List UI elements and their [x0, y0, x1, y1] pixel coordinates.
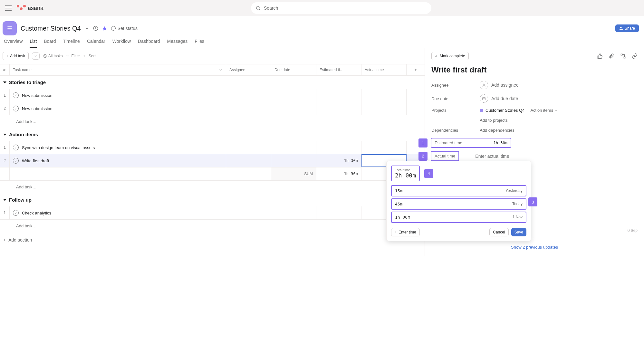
logo[interactable]: asana	[17, 5, 43, 12]
caret-icon	[3, 199, 6, 201]
task-name-cell[interactable]: Sync with design team on visual assets	[10, 141, 226, 154]
col-estimated[interactable]: Estimated ti…	[316, 64, 361, 75]
task-name-cell[interactable]: New submission	[10, 102, 226, 115]
show-previous-updates[interactable]: Show 2 previous updates	[431, 245, 638, 250]
estimated-cell[interactable]	[316, 141, 361, 154]
task-detail-pane: ✓Mark complete Write first draft Assigne…	[425, 48, 644, 256]
section-header[interactable]: Follow up	[0, 193, 425, 206]
col-actual[interactable]: Actual time	[361, 64, 407, 75]
tab-calendar[interactable]: Calendar	[87, 39, 105, 48]
task-name-cell[interactable]: Write first draft	[10, 154, 226, 167]
add-to-projects[interactable]: Add to projects	[480, 118, 508, 123]
task-row[interactable]: 1Sync with design team on visual assets	[0, 141, 425, 154]
task-name-cell[interactable]: Check analytics	[10, 206, 226, 219]
all-tasks-filter[interactable]: All tasks	[43, 54, 63, 58]
tab-board[interactable]: Board	[44, 39, 56, 48]
search-wrap	[251, 2, 431, 14]
task-title[interactable]: Write first draft	[431, 65, 638, 74]
task-row[interactable]: 1Check analytics	[0, 206, 425, 220]
actual-time-field[interactable]: Actual time	[431, 151, 459, 161]
estimated-cell[interactable]	[316, 89, 361, 102]
add-deps[interactable]: Add dependencies	[480, 128, 514, 133]
project-title: Customer Stories Q4	[21, 25, 81, 32]
task-name-cell[interactable]: New submission	[10, 89, 226, 102]
cancel-button[interactable]: Cancel	[489, 228, 508, 236]
add-task-inline[interactable]: Add task…	[0, 115, 425, 128]
task-row[interactable]: 1New submission	[0, 89, 425, 102]
section-header[interactable]: Stories to triage	[0, 76, 425, 89]
tab-dashboard[interactable]: Dashboard	[138, 39, 160, 48]
section-header[interactable]: Action items	[0, 128, 425, 141]
assignee-cell[interactable]	[226, 206, 271, 219]
subtask-icon[interactable]	[620, 53, 626, 59]
actual-cell[interactable]	[361, 89, 407, 102]
tab-workflow[interactable]: Workflow	[112, 39, 131, 48]
assignee-cell[interactable]	[226, 89, 271, 102]
add-task-inline[interactable]: Add task…	[0, 220, 425, 232]
add-task-dropdown[interactable]	[32, 52, 40, 60]
check-icon[interactable]	[13, 92, 19, 98]
due-date-cell[interactable]	[271, 141, 316, 154]
chevron-down-icon[interactable]	[85, 26, 89, 31]
link-icon[interactable]	[632, 53, 638, 59]
actual-cell[interactable]	[361, 102, 407, 115]
due-date-cell[interactable]	[271, 154, 316, 167]
actual-cell[interactable]	[361, 141, 407, 154]
task-row[interactable]: 2New submission	[0, 102, 425, 115]
attachment-icon[interactable]	[609, 53, 614, 59]
check-icon[interactable]	[13, 145, 19, 150]
calendar-icon	[480, 94, 488, 103]
assignee-cell[interactable]	[226, 102, 271, 115]
tab-timeline[interactable]: Timeline	[63, 39, 80, 48]
estimated-cell[interactable]: 1h 30m	[316, 154, 361, 167]
tab-messages[interactable]: Messages	[167, 39, 188, 48]
topbar: asana	[0, 0, 644, 16]
row-number: 1	[0, 89, 10, 102]
add-section-button[interactable]: +Add section	[0, 232, 425, 248]
assignee-cell[interactable]	[226, 141, 271, 154]
set-status[interactable]: Set status	[111, 26, 138, 31]
mark-complete-button[interactable]: ✓Mark complete	[431, 52, 469, 60]
add-due-date[interactable]: Add due date	[480, 94, 518, 103]
enter-actual-time[interactable]: Enter actual time	[475, 154, 509, 159]
tab-overview[interactable]: Overview	[4, 39, 23, 48]
check-icon[interactable]	[13, 210, 19, 216]
menu-icon[interactable]	[5, 5, 12, 11]
time-entry[interactable]: 1h 00m1 Nov	[391, 212, 526, 223]
due-date-cell[interactable]	[271, 89, 316, 102]
add-task-inline[interactable]: Add task…	[0, 181, 425, 193]
tab-list[interactable]: List	[30, 39, 37, 48]
save-button[interactable]: Save	[511, 228, 526, 236]
add-assignee[interactable]: Add assignee	[480, 81, 519, 89]
search-input[interactable]	[251, 2, 431, 14]
add-task-button[interactable]: +Add task	[3, 52, 29, 60]
estimated-cell[interactable]	[316, 102, 361, 115]
enter-time-button[interactable]: +Enter time	[391, 228, 420, 236]
col-add[interactable]: +	[407, 64, 425, 75]
filter-button[interactable]: Filter	[66, 54, 80, 58]
star-icon[interactable]	[102, 26, 107, 31]
due-date-cell[interactable]	[271, 206, 316, 219]
assignee-cell[interactable]	[226, 154, 271, 167]
share-button[interactable]: Share	[615, 24, 639, 32]
check-icon[interactable]	[13, 158, 19, 164]
sort-button[interactable]: Sort	[83, 54, 96, 58]
like-icon[interactable]	[597, 53, 603, 59]
time-entry[interactable]: 45mToday	[391, 198, 526, 210]
col-due-date[interactable]: Due date	[271, 64, 316, 75]
check-icon[interactable]	[13, 106, 19, 111]
col-assignee[interactable]: Assignee	[226, 64, 271, 75]
row-number: 1	[0, 141, 10, 154]
due-date-cell[interactable]	[271, 102, 316, 115]
project-chip[interactable]: Customer Stories Q4	[480, 108, 524, 113]
tab-files[interactable]: Files	[195, 39, 204, 48]
task-row[interactable]: 2Write first draft1h 30m	[0, 154, 425, 167]
col-task-name[interactable]: Task name	[10, 64, 226, 75]
time-entry[interactable]: 15mYesterday	[391, 185, 526, 196]
info-icon[interactable]	[93, 26, 98, 31]
estimated-cell[interactable]	[316, 206, 361, 219]
projects-label: Projects	[431, 108, 467, 113]
section-select[interactable]: Action items	[530, 108, 558, 113]
estimated-time-field[interactable]: Estimated time 1h 30m	[431, 138, 511, 148]
tabs: OverviewListBoardTimelineCalendarWorkflo…	[3, 39, 641, 48]
